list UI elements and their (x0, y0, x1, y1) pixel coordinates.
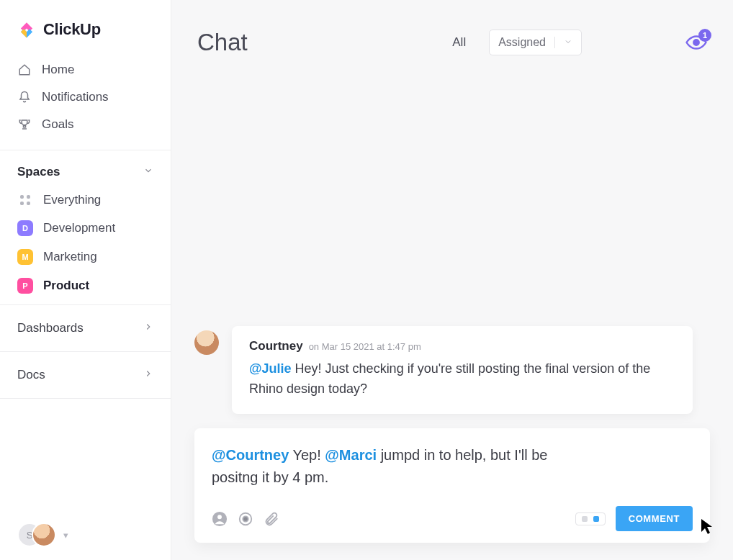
trophy-icon (17, 118, 32, 131)
space-chip: D (17, 220, 33, 236)
section-label: Docs (17, 368, 45, 382)
assign-icon[interactable] (212, 511, 228, 527)
chevron-down-icon (143, 165, 153, 179)
chat-pane: Chat All Assigned 1 (171, 0, 733, 560)
avatar[interactable] (194, 330, 219, 355)
nav-label: Home (42, 63, 74, 77)
record-icon[interactable] (238, 511, 253, 527)
sidebar-item-development[interactable]: D Development (0, 214, 171, 243)
compose-input[interactable]: @Courtney Yep! @Marci jumpd in to help, … (212, 444, 586, 489)
nav-home[interactable]: Home (0, 56, 171, 83)
filter-dropdown[interactable]: Assigned (489, 30, 582, 55)
watchers-count-badge: 1 (698, 29, 711, 42)
bell-icon (17, 91, 32, 104)
chat-header: Chat All Assigned 1 (171, 0, 733, 63)
mention[interactable]: @Julie (249, 361, 292, 376)
nav-label: Goals (42, 117, 73, 132)
compose-toolbar: COMMENT (212, 506, 693, 531)
svg-point-0 (693, 40, 698, 45)
space-chip: M (17, 249, 33, 265)
chevron-down-icon (564, 37, 572, 48)
attachment-icon[interactable] (264, 511, 279, 527)
toggle-off-icon (582, 516, 588, 522)
brand-name: ClickUp (43, 20, 101, 39)
message-timestamp: on Mar 15 2021 at 1:47 pm (309, 341, 421, 352)
page-title: Chat (197, 29, 248, 56)
mention[interactable]: @Courtney (212, 447, 289, 463)
spaces-header[interactable]: Spaces (0, 155, 171, 186)
sidebar-item-everything[interactable]: Everything (0, 186, 171, 214)
sidebar-item-product[interactable]: P Product (0, 271, 171, 300)
message-author: Courtney (249, 339, 303, 353)
divider (0, 398, 171, 399)
home-icon (17, 63, 32, 76)
message-bubble[interactable]: Courtney on Mar 15 2021 at 1:47 pm @Juli… (232, 326, 693, 414)
space-label: Product (43, 279, 89, 293)
message-list: Courtney on Mar 15 2021 at 1:47 pm @Juli… (171, 63, 733, 428)
svg-point-4 (243, 516, 248, 521)
watchers-button[interactable]: 1 (685, 35, 707, 50)
mention[interactable]: @Marci (325, 447, 377, 463)
divider (0, 304, 171, 305)
user-switcher[interactable]: S ▾ (0, 510, 171, 560)
message-body: @Julie Hey! Just checking if you're stil… (249, 359, 675, 399)
nav-notifications[interactable]: Notifications (0, 83, 171, 111)
compose-box[interactable]: @Courtney Yep! @Marci jumpd in to help, … (194, 428, 710, 543)
nav-label: Notifications (42, 90, 109, 104)
filter-all[interactable]: All (452, 35, 466, 50)
sidebar-item-marketing[interactable]: M Marketing (0, 243, 171, 271)
nav-goals[interactable]: Goals (0, 111, 171, 138)
sidebar-item-dashboards[interactable]: Dashboards (0, 310, 171, 347)
space-label: Everything (43, 193, 101, 207)
toggle-on-icon (593, 516, 599, 522)
space-label: Development (43, 221, 115, 235)
space-chip: P (17, 278, 33, 294)
clickup-logo-icon (17, 20, 36, 39)
section-label: Dashboards (17, 321, 84, 335)
avatar-stack: S (17, 523, 56, 547)
primary-nav: Home Notifications Goals (0, 52, 171, 145)
space-label: Marketing (43, 250, 97, 264)
brand-logo[interactable]: ClickUp (0, 0, 171, 52)
divider (0, 150, 171, 150)
dropdown-value: Assigned (498, 36, 546, 49)
divider (554, 37, 555, 48)
chevron-right-icon (143, 368, 153, 382)
chevron-right-icon (143, 321, 153, 335)
svg-point-2 (217, 515, 222, 519)
comment-button[interactable]: COMMENT (616, 506, 693, 531)
sidebar-item-docs[interactable]: Docs (0, 356, 171, 394)
visibility-toggle[interactable] (575, 512, 606, 525)
message: Courtney on Mar 15 2021 at 1:47 pm @Juli… (194, 326, 710, 414)
spaces-label: Spaces (17, 165, 60, 179)
divider (0, 351, 171, 352)
user-avatar (32, 523, 56, 547)
chevron-down-icon: ▾ (63, 530, 68, 541)
grid-icon (17, 195, 33, 205)
sidebar: ClickUp Home Notifications Goals (0, 0, 171, 560)
